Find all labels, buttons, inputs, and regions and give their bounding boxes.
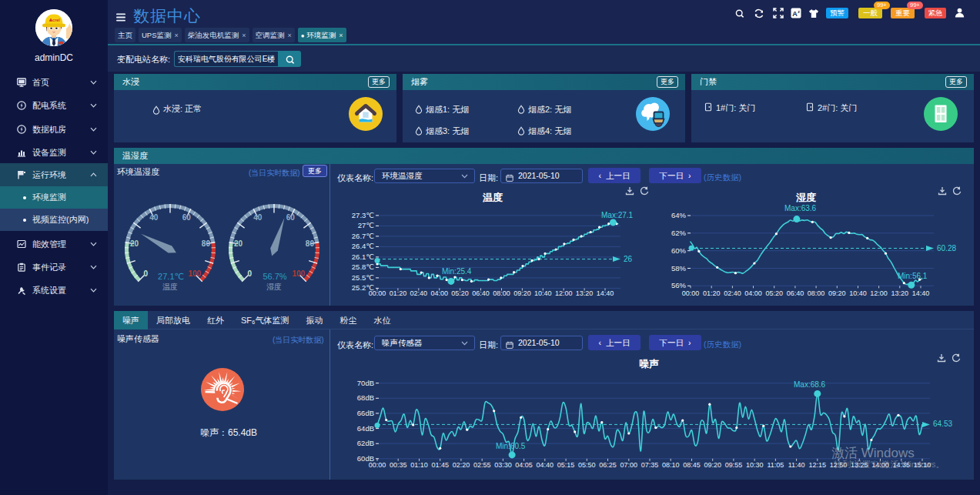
svg-text:06:40: 06:40 — [787, 289, 804, 297]
svg-text:64dB: 64dB — [357, 424, 374, 433]
svg-text:40: 40 — [253, 213, 263, 222]
svg-text:06:25: 06:25 — [599, 461, 617, 469]
svg-text:20: 20 — [234, 239, 243, 248]
svg-text:噪声: 噪声 — [639, 358, 659, 370]
svg-text:温度: 温度 — [162, 283, 178, 291]
svg-text:64%: 64% — [671, 211, 687, 219]
svg-text:25.8℃: 25.8℃ — [352, 263, 374, 271]
svg-text:80: 80 — [202, 239, 211, 248]
svg-text:Max:27.1: Max:27.1 — [601, 211, 634, 219]
svg-text:08:45: 08:45 — [683, 461, 701, 469]
svg-text:25.5℃: 25.5℃ — [352, 273, 374, 282]
svg-text:12:15: 12:15 — [809, 461, 827, 469]
svg-text:07:35: 07:35 — [641, 461, 659, 469]
svg-text:03:30: 03:30 — [494, 461, 512, 469]
svg-text:0: 0 — [247, 269, 252, 278]
svg-text:11:05: 11:05 — [767, 461, 784, 469]
svg-text:00:35: 00:35 — [390, 461, 407, 469]
svg-text:13:20: 13:20 — [891, 289, 909, 297]
svg-text:26.1℃: 26.1℃ — [352, 253, 374, 261]
svg-text:Min:60.5: Min:60.5 — [496, 442, 526, 450]
svg-text:Max:68.6: Max:68.6 — [794, 380, 826, 389]
svg-text:12:00: 12:00 — [555, 289, 573, 297]
svg-text:04:00: 04:00 — [744, 289, 762, 297]
svg-text:12:00: 12:00 — [870, 289, 888, 297]
svg-text:26.7℃: 26.7℃ — [352, 232, 374, 240]
svg-text:40: 40 — [149, 213, 159, 222]
svg-text:02:40: 02:40 — [724, 289, 741, 297]
svg-text:62%: 62% — [671, 229, 687, 237]
svg-text:05:20: 05:20 — [451, 289, 469, 297]
svg-text:27.3℃: 27.3℃ — [352, 211, 374, 219]
svg-text:07:00: 07:00 — [620, 461, 638, 469]
svg-text:60: 60 — [182, 213, 192, 222]
svg-text:00:00: 00:00 — [682, 289, 700, 297]
svg-text:62dB: 62dB — [357, 439, 374, 447]
svg-text:09:20: 09:20 — [513, 289, 531, 297]
svg-text:04:05: 04:05 — [515, 461, 533, 469]
svg-text:z: z — [798, 9, 800, 14]
svg-text:10:40: 10:40 — [534, 289, 552, 297]
svg-text:10:30: 10:30 — [746, 461, 764, 469]
svg-text:温度: 温度 — [482, 192, 503, 203]
svg-text:Min:56.1: Min:56.1 — [898, 272, 928, 280]
svg-text:10:40: 10:40 — [849, 289, 867, 297]
svg-text:湿度: 湿度 — [795, 192, 817, 203]
svg-text:01:20: 01:20 — [390, 289, 407, 297]
svg-text:06:40: 06:40 — [472, 289, 490, 297]
svg-text:14:40: 14:40 — [912, 289, 930, 297]
svg-text:05:15: 05:15 — [557, 461, 575, 469]
svg-text:05:50: 05:50 — [578, 461, 596, 469]
svg-text:60%: 60% — [671, 246, 687, 255]
svg-text:01:10: 01:10 — [410, 461, 428, 469]
svg-text:26.4℃: 26.4℃ — [352, 242, 374, 250]
svg-text:20: 20 — [130, 239, 139, 248]
svg-text:湿度: 湿度 — [266, 283, 282, 291]
svg-text:00:00: 00:00 — [369, 461, 386, 469]
svg-text:04:00: 04:00 — [430, 289, 448, 297]
svg-text:56%: 56% — [671, 281, 687, 289]
svg-text:09:20: 09:20 — [704, 461, 721, 469]
svg-text:13:20: 13:20 — [576, 289, 594, 297]
svg-text:09:20: 09:20 — [828, 289, 846, 297]
svg-text:00:00: 00:00 — [369, 289, 386, 297]
svg-text:11:40: 11:40 — [788, 461, 805, 469]
svg-text:08:00: 08:00 — [808, 289, 825, 297]
svg-text:68dB: 68dB — [357, 393, 374, 402]
svg-text:02:40: 02:40 — [410, 289, 428, 297]
svg-text:26: 26 — [624, 255, 633, 263]
svg-text:100: 100 — [188, 269, 201, 278]
svg-text:58%: 58% — [671, 264, 687, 273]
svg-text:02:20: 02:20 — [453, 461, 470, 469]
svg-text:09:55: 09:55 — [725, 461, 743, 469]
svg-text:04:40: 04:40 — [537, 461, 554, 469]
svg-text:80: 80 — [306, 239, 315, 248]
svg-text:01:20: 01:20 — [703, 289, 721, 297]
svg-text:27℃: 27℃ — [358, 221, 375, 229]
svg-text:02:55: 02:55 — [473, 461, 491, 469]
svg-text:66dB: 66dB — [357, 409, 374, 417]
svg-text:08:00: 08:00 — [493, 289, 510, 297]
svg-text:60: 60 — [286, 213, 296, 222]
svg-text:08:10: 08:10 — [662, 461, 680, 469]
svg-text:0: 0 — [143, 269, 148, 278]
svg-text:27.1℃: 27.1℃ — [158, 272, 184, 281]
svg-text:05:20: 05:20 — [765, 289, 783, 297]
svg-text:Max:63.6: Max:63.6 — [784, 204, 817, 212]
svg-text:100: 100 — [292, 269, 305, 278]
svg-text:56.7%: 56.7% — [263, 272, 286, 281]
svg-text:64.53: 64.53 — [933, 420, 952, 428]
svg-text:60.28: 60.28 — [937, 244, 956, 253]
svg-text:14:40: 14:40 — [597, 289, 614, 297]
svg-text:70dB: 70dB — [357, 379, 374, 387]
svg-text:01:45: 01:45 — [431, 461, 449, 469]
svg-text:Min:25.4: Min:25.4 — [442, 267, 472, 276]
